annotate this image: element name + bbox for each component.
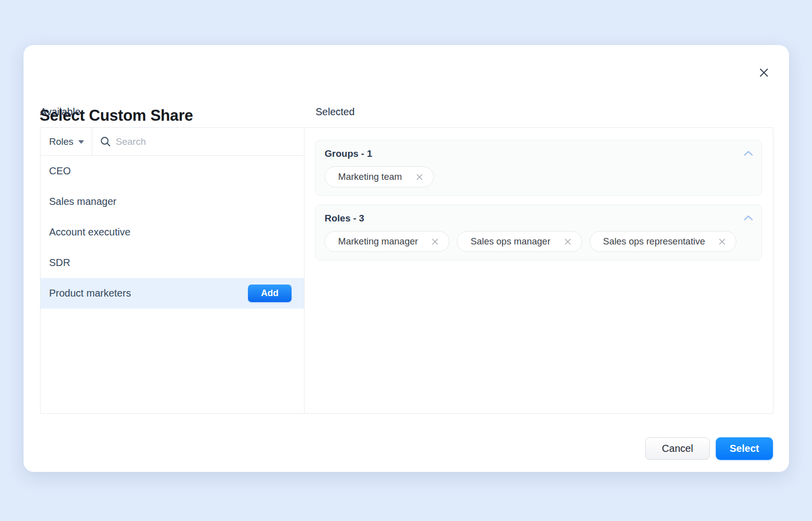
list-item-label: CEO <box>49 165 71 177</box>
collapse-roles-button[interactable] <box>741 211 755 225</box>
close-icon <box>759 68 768 77</box>
selected-panel: Groups - 1 Marketing team <box>305 128 773 413</box>
close-button[interactable] <box>756 65 772 81</box>
add-button[interactable]: Add <box>248 285 292 302</box>
roles-chip-row: Marketing manager Sales ops manager <box>325 231 752 252</box>
select-custom-share-dialog: Select Custom Share Available Selected R… <box>24 45 789 472</box>
list-item-label: Sales manager <box>49 196 117 207</box>
search-icon <box>100 136 111 147</box>
chip-label: Marketing team <box>338 171 402 182</box>
available-role-list: CEO Sales manager Account executive SDR … <box>41 156 304 309</box>
page-background: Select Custom Share Available Selected R… <box>0 0 812 521</box>
search-input[interactable] <box>116 136 304 147</box>
chip-label: Sales ops manager <box>470 236 550 247</box>
category-filter-dropdown[interactable]: Roles <box>41 128 92 155</box>
list-item-account-executive[interactable]: Account executive <box>41 217 304 247</box>
list-item-label: SDR <box>49 257 70 269</box>
groups-chip-row: Marketing team <box>325 166 752 187</box>
remove-chip-icon[interactable] <box>565 238 571 245</box>
groups-section: Groups - 1 Marketing team <box>315 140 762 196</box>
collapse-groups-button[interactable] <box>741 146 755 160</box>
list-item-sales-manager[interactable]: Sales manager <box>41 186 304 217</box>
list-item-ceo[interactable]: CEO <box>41 156 304 186</box>
select-button[interactable]: Select <box>716 437 773 460</box>
remove-chip-icon[interactable] <box>719 238 725 245</box>
chip-marketing-manager: Marketing manager <box>325 231 449 252</box>
available-panel: Roles CEO Sales manager <box>41 128 305 413</box>
list-item-label: Product marketers <box>49 288 131 299</box>
selected-label: Selected <box>316 106 355 118</box>
chevron-up-icon <box>744 215 753 220</box>
chip-label: Marketing manager <box>338 236 418 247</box>
list-item-product-marketers[interactable]: Product marketers Add <box>41 278 304 309</box>
list-item-label: Account executive <box>49 226 130 238</box>
search-box <box>92 128 304 155</box>
groups-section-title: Groups - 1 <box>325 148 752 159</box>
chevron-down-icon <box>78 140 84 144</box>
roles-section: Roles - 3 Marketing manager <box>315 204 762 260</box>
roles-section-title: Roles - 3 <box>325 213 752 224</box>
cancel-button[interactable]: Cancel <box>645 437 710 460</box>
list-item-sdr[interactable]: SDR <box>41 247 304 278</box>
chip-sales-ops-manager: Sales ops manager <box>457 231 582 252</box>
available-list-header: Roles <box>41 128 304 156</box>
chip-sales-ops-representative: Sales ops representative <box>590 231 737 252</box>
category-filter-value: Roles <box>49 136 74 147</box>
chip-label: Sales ops representative <box>603 236 705 247</box>
remove-chip-icon[interactable] <box>432 238 438 245</box>
dialog-footer: Cancel Select <box>645 437 773 460</box>
available-label: Available <box>40 106 81 118</box>
chip-marketing-team: Marketing team <box>325 166 434 187</box>
chevron-up-icon <box>744 151 753 156</box>
remove-chip-icon[interactable] <box>416 174 423 180</box>
share-picker-panel: Roles CEO Sales manager <box>40 127 773 414</box>
